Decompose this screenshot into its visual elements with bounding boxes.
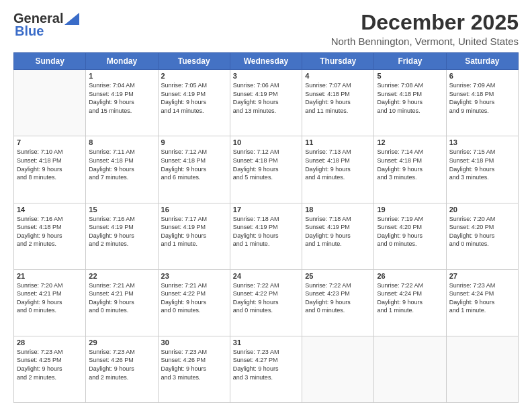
day-number: 20 — [449, 205, 515, 214]
page: General Blue December 2025 North Benning… — [0, 0, 532, 411]
weekday-header-wednesday: Wednesday — [230, 53, 302, 70]
day-number: 3 — [233, 72, 299, 80]
day-info: Sunrise: 7:12 AMSunset: 4:18 PMDaylight:… — [233, 148, 299, 181]
day-info: Sunrise: 7:18 AMSunset: 4:19 PMDaylight:… — [233, 215, 299, 248]
title-block: December 2025 North Bennington, Vermont,… — [331, 11, 519, 47]
day-info: Sunrise: 7:12 AMSunset: 4:18 PMDaylight:… — [161, 148, 227, 181]
day-info: Sunrise: 7:16 AMSunset: 4:19 PMDaylight:… — [89, 215, 154, 248]
calendar-cell: 25Sunrise: 7:22 AMSunset: 4:23 PMDayligh… — [302, 269, 374, 336]
day-info: Sunrise: 7:14 AMSunset: 4:18 PMDaylight:… — [377, 148, 443, 181]
calendar-cell: 2Sunrise: 7:05 AMSunset: 4:19 PMDaylight… — [158, 70, 230, 136]
day-number: 16 — [161, 205, 227, 214]
day-number: 5 — [377, 72, 443, 80]
day-number: 26 — [377, 272, 443, 280]
day-info: Sunrise: 7:16 AMSunset: 4:18 PMDaylight:… — [17, 215, 83, 248]
calendar-cell: 10Sunrise: 7:12 AMSunset: 4:18 PMDayligh… — [230, 136, 302, 203]
logo-icon — [64, 13, 79, 25]
calendar-cell: 14Sunrise: 7:16 AMSunset: 4:18 PMDayligh… — [14, 203, 86, 269]
day-number: 9 — [161, 138, 227, 146]
day-number: 14 — [17, 205, 83, 214]
day-number: 21 — [17, 272, 83, 280]
weekday-header-saturday: Saturday — [446, 53, 518, 70]
day-info: Sunrise: 7:22 AMSunset: 4:23 PMDaylight:… — [305, 281, 371, 315]
day-number: 4 — [305, 72, 371, 80]
weekday-header-sunday: Sunday — [14, 53, 86, 70]
calendar-cell: 21Sunrise: 7:20 AMSunset: 4:21 PMDayligh… — [14, 269, 86, 336]
day-number: 19 — [377, 205, 443, 214]
day-info: Sunrise: 7:04 AMSunset: 4:19 PMDaylight:… — [89, 81, 154, 115]
calendar-cell — [446, 336, 518, 402]
day-info: Sunrise: 7:22 AMSunset: 4:22 PMDaylight:… — [233, 281, 299, 315]
day-number: 30 — [161, 338, 227, 347]
calendar-cell: 7Sunrise: 7:10 AMSunset: 4:18 PMDaylight… — [14, 136, 86, 203]
weekday-header-tuesday: Tuesday — [158, 53, 230, 70]
day-number: 17 — [233, 205, 299, 214]
calendar-cell: 27Sunrise: 7:23 AMSunset: 4:24 PMDayligh… — [446, 269, 518, 336]
day-number: 31 — [233, 338, 299, 347]
day-number: 1 — [89, 72, 154, 80]
calendar-cell: 29Sunrise: 7:23 AMSunset: 4:26 PMDayligh… — [86, 336, 158, 402]
day-number: 24 — [233, 272, 299, 280]
calendar-cell: 15Sunrise: 7:16 AMSunset: 4:19 PMDayligh… — [86, 203, 158, 269]
svg-marker-0 — [64, 13, 79, 25]
calendar-cell: 8Sunrise: 7:11 AMSunset: 4:18 PMDaylight… — [86, 136, 158, 203]
day-number: 13 — [449, 138, 515, 146]
day-info: Sunrise: 7:05 AMSunset: 4:19 PMDaylight:… — [161, 81, 227, 115]
day-number: 18 — [305, 205, 371, 214]
day-info: Sunrise: 7:07 AMSunset: 4:18 PMDaylight:… — [305, 81, 371, 115]
weekday-header-thursday: Thursday — [302, 53, 374, 70]
day-info: Sunrise: 7:06 AMSunset: 4:19 PMDaylight:… — [233, 81, 299, 115]
calendar-cell: 5Sunrise: 7:08 AMSunset: 4:18 PMDaylight… — [374, 70, 446, 136]
day-info: Sunrise: 7:20 AMSunset: 4:20 PMDaylight:… — [449, 215, 515, 248]
day-info: Sunrise: 7:09 AMSunset: 4:18 PMDaylight:… — [449, 81, 515, 115]
calendar-cell — [374, 336, 446, 402]
day-number: 22 — [89, 272, 154, 280]
calendar-cell: 28Sunrise: 7:23 AMSunset: 4:25 PMDayligh… — [14, 336, 86, 402]
calendar-cell: 24Sunrise: 7:22 AMSunset: 4:22 PMDayligh… — [230, 269, 302, 336]
day-number: 8 — [89, 138, 154, 146]
logo: General Blue — [13, 11, 79, 39]
calendar-cell: 6Sunrise: 7:09 AMSunset: 4:18 PMDaylight… — [446, 70, 518, 136]
day-number: 6 — [449, 72, 515, 80]
calendar-cell: 13Sunrise: 7:15 AMSunset: 4:18 PMDayligh… — [446, 136, 518, 203]
location: North Bennington, Vermont, United States — [331, 36, 519, 47]
day-number: 23 — [161, 272, 227, 280]
calendar-cell: 20Sunrise: 7:20 AMSunset: 4:20 PMDayligh… — [446, 203, 518, 269]
logo-blue: Blue — [13, 24, 44, 39]
calendar-cell: 1Sunrise: 7:04 AMSunset: 4:19 PMDaylight… — [86, 70, 158, 136]
day-number: 29 — [89, 338, 154, 347]
day-info: Sunrise: 7:10 AMSunset: 4:18 PMDaylight:… — [17, 148, 83, 181]
day-info: Sunrise: 7:19 AMSunset: 4:20 PMDaylight:… — [377, 215, 443, 248]
day-info: Sunrise: 7:15 AMSunset: 4:18 PMDaylight:… — [449, 148, 515, 181]
weekday-header-monday: Monday — [86, 53, 158, 70]
day-info: Sunrise: 7:23 AMSunset: 4:26 PMDaylight:… — [89, 348, 154, 381]
day-info: Sunrise: 7:21 AMSunset: 4:21 PMDaylight:… — [89, 281, 154, 315]
day-info: Sunrise: 7:20 AMSunset: 4:21 PMDaylight:… — [17, 281, 83, 315]
calendar-cell: 9Sunrise: 7:12 AMSunset: 4:18 PMDaylight… — [158, 136, 230, 203]
calendar-cell: 12Sunrise: 7:14 AMSunset: 4:18 PMDayligh… — [374, 136, 446, 203]
calendar-cell: 23Sunrise: 7:21 AMSunset: 4:22 PMDayligh… — [158, 269, 230, 336]
calendar-cell — [14, 70, 86, 136]
day-number: 28 — [17, 338, 83, 347]
day-info: Sunrise: 7:23 AMSunset: 4:27 PMDaylight:… — [233, 348, 299, 381]
calendar-table: SundayMondayTuesdayWednesdayThursdayFrid… — [13, 52, 519, 403]
calendar-cell — [302, 336, 374, 402]
day-number: 27 — [449, 272, 515, 280]
day-info: Sunrise: 7:18 AMSunset: 4:19 PMDaylight:… — [305, 215, 371, 248]
day-number: 7 — [17, 138, 83, 146]
day-info: Sunrise: 7:13 AMSunset: 4:18 PMDaylight:… — [305, 148, 371, 181]
day-number: 11 — [305, 138, 371, 146]
day-info: Sunrise: 7:23 AMSunset: 4:26 PMDaylight:… — [161, 348, 227, 381]
calendar-cell: 26Sunrise: 7:22 AMSunset: 4:24 PMDayligh… — [374, 269, 446, 336]
header: General Blue December 2025 North Benning… — [13, 11, 519, 47]
calendar-cell: 30Sunrise: 7:23 AMSunset: 4:26 PMDayligh… — [158, 336, 230, 402]
day-number: 15 — [89, 205, 154, 214]
calendar-cell: 17Sunrise: 7:18 AMSunset: 4:19 PMDayligh… — [230, 203, 302, 269]
day-number: 25 — [305, 272, 371, 280]
calendar-cell: 22Sunrise: 7:21 AMSunset: 4:21 PMDayligh… — [86, 269, 158, 336]
day-info: Sunrise: 7:22 AMSunset: 4:24 PMDaylight:… — [377, 281, 443, 315]
day-info: Sunrise: 7:23 AMSunset: 4:24 PMDaylight:… — [449, 281, 515, 315]
day-info: Sunrise: 7:17 AMSunset: 4:19 PMDaylight:… — [161, 215, 227, 248]
calendar-cell: 18Sunrise: 7:18 AMSunset: 4:19 PMDayligh… — [302, 203, 374, 269]
weekday-header-friday: Friday — [374, 53, 446, 70]
